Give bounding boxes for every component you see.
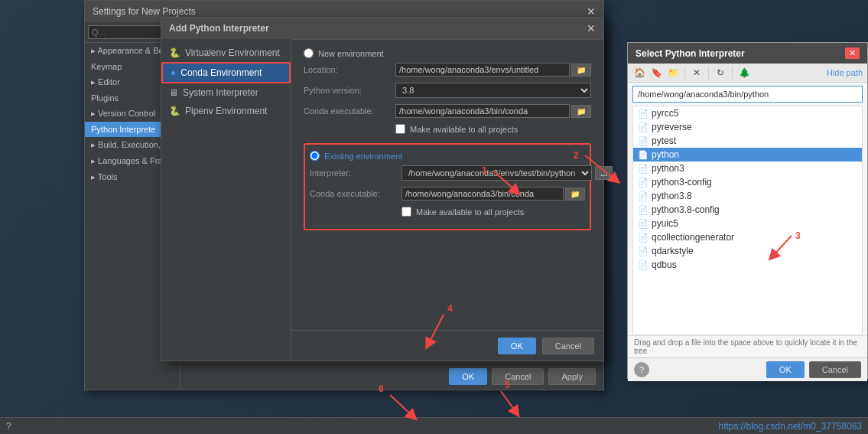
- location-browse-button[interactable]: 📁: [571, 64, 591, 77]
- conda-exec-input-existing[interactable]: [401, 187, 564, 201]
- hide-path-link[interactable]: Hide path: [827, 68, 863, 77]
- file-item-qdbus[interactable]: 📄 qdbus: [633, 258, 862, 272]
- file-label-qdarkstyle: qdarkstyle: [652, 246, 694, 256]
- file-item-python3-config[interactable]: 📄 python3-config: [633, 175, 862, 189]
- file-item-pyuic5[interactable]: 📄 pyuic5: [633, 217, 862, 230]
- file-item-python[interactable]: 📄 python: [633, 148, 862, 162]
- system-label: System Interpreter: [183, 87, 258, 98]
- interp-item-pipenv[interactable]: 🐍 Pipenv Environment: [161, 102, 291, 120]
- conda-exec-row-new: Conda executable: 📁: [304, 104, 591, 118]
- add-interpreter-modal: Add Python Interpreter ✕ 🐍 Virtualenv En…: [161, 17, 604, 361]
- file-icon-python3: 📄: [638, 164, 649, 174]
- file-icon-qdarkstyle: 📄: [638, 246, 649, 256]
- conda-icon: ●: [171, 67, 176, 78]
- interpreter-config-panel: New environment Location: 📁 Python versi…: [291, 39, 603, 330]
- make-available-row-new: Make available to all projects: [395, 124, 591, 134]
- file-icon-pyrcc5: 📄: [638, 109, 649, 119]
- existing-env-label: Existing environment: [324, 152, 402, 161]
- panel-title-bar: Select Python Interpreter ✕: [628, 43, 867, 64]
- tree-icon[interactable]: 🌲: [737, 66, 751, 80]
- make-available-checkbox-new[interactable]: [395, 124, 405, 134]
- file-item-pyrcc5[interactable]: 📄 pyrcc5: [633, 106, 862, 120]
- file-item-python38-config[interactable]: 📄 python3.8-config: [633, 203, 862, 217]
- conda-exec-browse-existing[interactable]: 📁: [565, 188, 585, 201]
- new-env-radio[interactable]: [304, 48, 314, 58]
- file-item-pyreverse[interactable]: 📄 pyreverse: [633, 120, 862, 134]
- toolbar-separator: [684, 67, 685, 79]
- new-env-radio-row: New environment: [304, 48, 591, 58]
- refresh-icon[interactable]: ↻: [714, 66, 727, 80]
- file-label-python38: python3.8: [652, 191, 692, 201]
- interp-item-system[interactable]: 🖥 System Interpreter: [161, 83, 291, 102]
- interpreter-type-list: 🐍 Virtualenv Environment ● Conda Environ…: [161, 39, 291, 361]
- file-icon-pyuic5: 📄: [638, 219, 649, 229]
- existing-env-radio[interactable]: [310, 151, 320, 161]
- interpreter-row: Interpreter: /home/wong/anaconda3/envs/t…: [310, 165, 585, 181]
- help-icon[interactable]: ?: [6, 421, 11, 432]
- modal-ok-button[interactable]: OK: [498, 338, 536, 354]
- python-version-label: Python version:: [304, 86, 395, 95]
- help-button[interactable]: ?: [634, 362, 649, 377]
- folder-icon[interactable]: 📁: [666, 66, 680, 80]
- file-label-pytest: pytest: [652, 135, 676, 146]
- file-icon-python38-config: 📄: [638, 205, 649, 215]
- file-label-pyrcc5: pyrcc5: [652, 108, 678, 119]
- modal-close-button[interactable]: ✕: [587, 22, 596, 34]
- interpreter-browse-button[interactable]: ...: [595, 166, 613, 180]
- modal-bottom-bar: OK Cancel: [291, 330, 603, 361]
- select-interpreter-panel: Select Python Interpreter ✕ 🏠 🔖 📁 ✕ ↻ 🌲 …: [627, 42, 868, 379]
- file-icon-qcollectiongenerator: 📄: [638, 233, 649, 243]
- modal-title-bar: Add Python Interpreter ✕: [161, 18, 603, 40]
- make-available-checkbox-existing[interactable]: [401, 207, 411, 217]
- file-list: 📄 pyrcc5 📄 pyreverse 📄 pytest 📄 python 📄…: [632, 106, 863, 335]
- status-bar: ? https://blog.csdn.net/m0_37758063: [0, 417, 868, 434]
- panel-hint-text: Drag and drop a file into the space abov…: [628, 335, 867, 357]
- location-label: Location:: [304, 65, 395, 74]
- url-display: https://blog.csdn.net/m0_37758063: [719, 421, 862, 432]
- settings-ok-button[interactable]: OK: [449, 368, 487, 385]
- python-version-select[interactable]: 3.8: [395, 83, 591, 98]
- file-item-qcollectiongenerator[interactable]: 📄 qcollectiongenerator: [633, 230, 862, 244]
- file-item-python38[interactable]: 📄 python3.8: [633, 189, 862, 203]
- make-available-label-existing: Make available to all projects: [416, 207, 524, 217]
- make-available-label-new: Make available to all projects: [410, 125, 518, 134]
- existing-environment-section: Existing environment Interpreter: /home/…: [304, 143, 591, 230]
- panel-cancel-button[interactable]: Cancel: [809, 361, 861, 378]
- interpreter-dropdown[interactable]: /home/wong/anaconda3/envs/test/bin/pytho…: [401, 165, 592, 181]
- close-icon[interactable]: ✕: [690, 66, 704, 80]
- interp-item-conda[interactable]: ● Conda Environment: [161, 62, 291, 83]
- settings-close-button[interactable]: ✕: [587, 5, 596, 18]
- settings-cancel-button[interactable]: Cancel: [492, 368, 544, 385]
- file-label-pyuic5: pyuic5: [652, 218, 678, 229]
- pipenv-icon: 🐍: [169, 106, 180, 116]
- interp-item-virtualenv[interactable]: 🐍 Virtualenv Environment: [161, 44, 291, 62]
- panel-title: Select Python Interpreter: [636, 48, 745, 59]
- bookmark-icon[interactable]: 🔖: [649, 66, 663, 80]
- location-row: Location: 📁: [304, 63, 591, 77]
- file-item-pytest[interactable]: 📄 pytest: [633, 134, 862, 148]
- conda-exec-label-new: Conda executable:: [304, 106, 395, 116]
- python-version-row: Python version: 3.8: [304, 83, 591, 98]
- pipenv-label: Pipenv Environment: [185, 106, 267, 116]
- panel-bottom-bar: ? OK Cancel: [628, 357, 867, 381]
- file-label-python3-config: python3-config: [652, 177, 712, 188]
- panel-close-button[interactable]: ✕: [845, 47, 860, 59]
- panel-toolbar: 🏠 🔖 📁 ✕ ↻ 🌲 Hide path: [628, 64, 867, 83]
- new-environment-section: New environment Location: 📁 Python versi…: [304, 48, 591, 134]
- make-available-row-existing: Make available to all projects: [401, 207, 585, 217]
- file-item-qdarkstyle[interactable]: 📄 qdarkstyle: [633, 244, 862, 258]
- location-input[interactable]: [395, 63, 570, 77]
- modal-title: Add Python Interpreter: [169, 23, 269, 34]
- toolbar-separator-2: [708, 67, 709, 79]
- conda-exec-input-new[interactable]: [395, 104, 570, 118]
- home-icon[interactable]: 🏠: [632, 66, 646, 80]
- file-item-python3[interactable]: 📄 python3: [633, 162, 862, 175]
- conda-exec-browse-new[interactable]: 📁: [571, 105, 591, 118]
- existing-env-radio-row: Existing environment: [310, 151, 585, 161]
- settings-dialog-title: Settings for New Projects: [93, 6, 196, 17]
- settings-apply-button[interactable]: Apply: [548, 368, 596, 385]
- modal-cancel-button[interactable]: Cancel: [542, 338, 594, 354]
- file-icon-python38: 📄: [638, 191, 649, 201]
- file-icon-qdbus: 📄: [638, 260, 649, 270]
- panel-ok-button[interactable]: OK: [766, 361, 805, 378]
